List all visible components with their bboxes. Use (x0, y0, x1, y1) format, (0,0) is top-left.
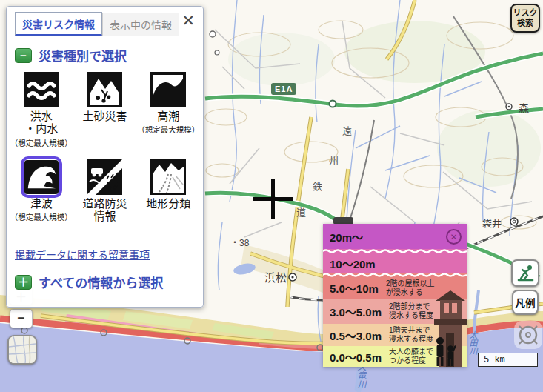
place-label-fukuroi: 袋井 (482, 216, 502, 230)
landslide-icon (87, 72, 122, 107)
category-landslide[interactable]: 土砂災害 (73, 72, 137, 155)
panel-tabs: 災害リスク情報 表示中の情報 ✕ (7, 7, 203, 36)
interchange-marker (330, 101, 336, 107)
legend-toggle-button[interactable]: 凡例 (512, 290, 539, 315)
map-crosshair (271, 179, 275, 219)
tsunami-depth-legend: 20m～ ✕ 10～20m 5.0～10m 2階の屋根以上 が浸水する 3.0～… (323, 224, 467, 367)
railway-name-char: 遠 (342, 123, 352, 137)
river-label-ota: 太田川 (467, 330, 479, 355)
risk-search-button[interactable]: リスク 検索 (510, 4, 540, 33)
expressway-badge: E1A (271, 83, 296, 95)
evacuation-person-icon (515, 263, 536, 284)
evacuation-site-button[interactable] (511, 259, 539, 287)
overview-map-button[interactable] (7, 335, 37, 365)
category-grid: 洪水 ・内水 （想定最大規模） 土砂災害 (10, 72, 200, 242)
place-label-mori: 森 (519, 100, 529, 115)
locate-icon[interactable] (514, 321, 542, 349)
section-title-disaster-type: 災害種別で選択 (39, 46, 127, 64)
place-label-hamamatsu: 浜松 (264, 269, 287, 285)
hazard-map-app: E1A 森 袋井 浜松 ・38 遠 州 鉄 道 太田川 天竜川 災害リスク情報 … (0, 0, 543, 392)
legend-row: 20m～ ✕ (323, 224, 467, 249)
overview-map-thumbnail (9, 336, 36, 363)
category-landform[interactable]: 地形分類 (136, 159, 200, 242)
flood-icon (24, 72, 59, 107)
elevation-point-label: ・38 (230, 236, 249, 248)
collapse-button[interactable]: − (15, 48, 32, 63)
section-title-all-info: すべての情報から選択 (39, 273, 163, 291)
expand-button[interactable]: ＋ (15, 275, 32, 290)
selected-category-border (21, 156, 62, 198)
legend-close-icon[interactable]: ✕ (446, 229, 462, 245)
landform-icon (150, 159, 186, 195)
tab-displayed-info[interactable]: 表示中の情報 (102, 13, 179, 36)
road-hazard-icon (87, 159, 122, 195)
railway-name-char: 州 (329, 153, 339, 167)
tab-disaster-risk-info[interactable]: 災害リスク情報 (15, 12, 102, 36)
disaster-info-panel: 災害リスク情報 表示中の情報 ✕ − 災害種別で選択 洪水 ・内水 （想定最大規… (6, 6, 204, 308)
data-notes-link[interactable]: 掲載データに関する留意事項 (15, 247, 150, 262)
legend-row: 10～20m (323, 253, 467, 273)
category-road-hazard[interactable]: 道路防災 情報 (73, 159, 137, 242)
category-flood[interactable]: 洪水 ・内水 （想定最大規模） (10, 72, 73, 155)
railway-name-char: 鉄 (313, 179, 322, 193)
category-storm-surge[interactable]: 高潮 （想定最大規模） (136, 72, 200, 155)
zoom-out-button[interactable]: − (10, 309, 33, 328)
category-tsunami[interactable]: 津波 （想定最大規模） (10, 159, 73, 242)
scale-label: 5 km (484, 355, 505, 365)
people-illustration (434, 336, 456, 367)
close-icon[interactable]: ✕ (181, 13, 195, 28)
scale-bar: 5 km (478, 353, 538, 367)
railway-name-char: 道 (296, 205, 306, 219)
storm-surge-icon (150, 72, 186, 107)
